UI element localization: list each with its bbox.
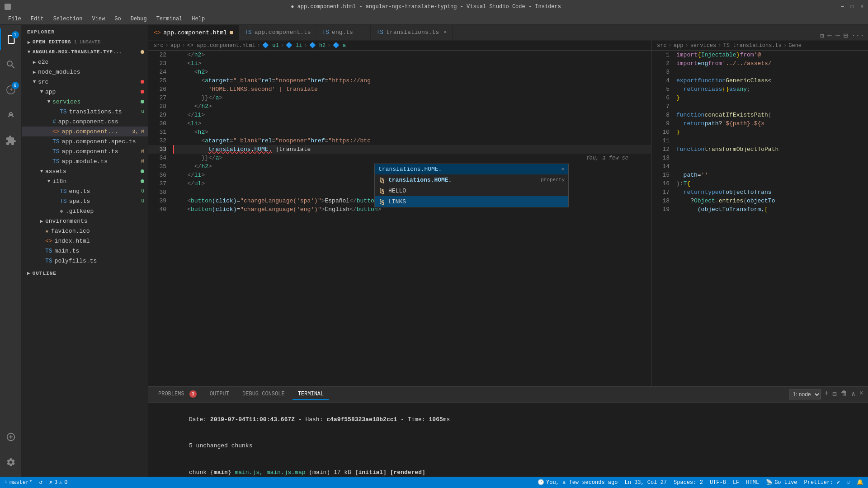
autocomplete-dropdown[interactable]: translations.HOME. × ⧎ translations.HOME…	[374, 164, 569, 207]
split-editor-icon[interactable]: ⊞	[820, 32, 824, 40]
sidebar-item-app-ts[interactable]: ▶ TS app.component.ts M	[22, 146, 148, 156]
activity-git[interactable]: 8	[0, 79, 22, 101]
status-language[interactable]: HTML	[746, 479, 759, 486]
sidebar-item-node-modules[interactable]: ▶ node_modules	[22, 67, 148, 77]
autocomplete-close-button[interactable]: ×	[557, 164, 568, 174]
sidebar-item-app-html[interactable]: ▶ <> app.component... 3, M	[22, 127, 148, 136]
autocomplete-item-links[interactable]: ⧎ LINKS	[375, 196, 568, 207]
sidebar-item-gitkeep[interactable]: ▶ ◆ .gitkeep	[22, 206, 148, 216]
maximize-button[interactable]: □	[851, 4, 854, 9]
sidebar-item-e2e[interactable]: ▶ e2e	[22, 57, 148, 67]
sidebar-item-assets[interactable]: ▼ assets	[22, 166, 148, 176]
activity-search[interactable]	[0, 54, 22, 75]
collapse-terminal-icon[interactable]: ∧	[851, 389, 856, 399]
status-prettier[interactable]: Prettier: ✔	[804, 479, 840, 486]
terminal-tab-terminal[interactable]: TERMINAL	[292, 389, 330, 400]
sidebar-item-i18n[interactable]: ▼ i18n	[22, 176, 148, 186]
menu-selection[interactable]: Selection	[50, 15, 86, 23]
sidebar-item-environments[interactable]: ▶ environments	[22, 216, 148, 226]
sidebar-item-app-css[interactable]: ▶ # app.component.css	[22, 117, 148, 127]
status-golive[interactable]: 📡 Go Live	[766, 479, 797, 486]
activity-settings[interactable]	[0, 451, 22, 473]
sidebar-item-open-editors[interactable]: ▶ OPEN EDITORS 1 UNSAVED	[22, 37, 148, 47]
app-ts-label: app.component.ts	[62, 148, 118, 155]
status-notification[interactable]: 🔔	[857, 479, 863, 486]
activity-explorer[interactable]: 1	[0, 28, 22, 50]
tab-translations-ts[interactable]: TS translations.ts ×	[371, 25, 453, 40]
sidebar-item-project[interactable]: ▼ ANGULAR-NGX-TRANSLATE-TYP...	[22, 47, 148, 57]
right-code-content: import { Injectable } from '@ import eng…	[674, 51, 868, 386]
window-controls[interactable]: ─ □ ×	[841, 4, 863, 9]
sidebar-item-polyfills[interactable]: ▶ TS polyfills.ts	[22, 256, 148, 266]
status-smiley[interactable]: ☺	[847, 479, 850, 486]
left-code-container[interactable]: 2223242526 2728293031 3233 3435363738 39…	[148, 51, 651, 386]
sidebar-item-spa-ts[interactable]: ▶ TS spa.ts U	[22, 196, 148, 206]
menu-help[interactable]: Help	[188, 15, 208, 23]
terminal-node-selector[interactable]: 1: node	[789, 389, 821, 399]
add-terminal-icon[interactable]: +	[825, 389, 829, 399]
right-editor-pane: src › app › services › TS translations.t…	[651, 41, 868, 386]
status-cursor-position[interactable]: Ln 33, Col 27	[624, 479, 667, 486]
navigate-back-icon[interactable]: ←	[827, 32, 832, 40]
code-line-25: <a target="_blank" rel="noopener" href="…	[173, 76, 651, 85]
sidebar-item-translations-ts[interactable]: ▶ TS translations.ts U	[22, 107, 148, 117]
close-button[interactable]: ×	[860, 4, 863, 9]
rbc-gene: Gene	[788, 42, 802, 49]
menu-file[interactable]: File	[5, 15, 25, 23]
split-view-icon[interactable]: ⊟	[844, 31, 848, 40]
assets-label: assets	[45, 168, 66, 175]
status-errors[interactable]: ✗ 3 ⚠ 0	[49, 479, 68, 486]
star-icon: ★	[45, 227, 49, 235]
menu-edit[interactable]: Edit	[27, 15, 47, 23]
src-label: src	[38, 79, 48, 85]
sidebar-item-outline[interactable]: ▶ OUTLINE	[22, 268, 148, 278]
tab-app-html[interactable]: <> app.component.html	[148, 25, 239, 40]
status-spaces[interactable]: Spaces: 2	[674, 479, 703, 486]
status-encoding[interactable]: UTF-8	[710, 479, 726, 486]
sidebar-item-eng-ts[interactable]: ▶ TS eng.ts U	[22, 186, 148, 196]
terminal-line-3: chunk {main} main.js, main.js.map (main)…	[154, 459, 863, 477]
sidebar-item-app-module[interactable]: ▶ TS app.module.ts M	[22, 156, 148, 166]
spaces-text: Spaces: 2	[674, 479, 703, 486]
terminal-tab-output[interactable]: OUTPUT	[204, 389, 235, 400]
activity-remote[interactable]	[0, 426, 22, 448]
close-terminal-icon[interactable]: ×	[859, 389, 863, 399]
tab-close-button[interactable]: ×	[443, 29, 447, 36]
sidebar-item-index-html[interactable]: ▶ <> index.html	[22, 236, 148, 246]
code-line-31: <h2>	[173, 128, 651, 136]
sidebar-item-src[interactable]: ▼ src	[22, 77, 148, 87]
sidebar-item-app[interactable]: ▼ app	[22, 87, 148, 97]
right-code-line-13	[676, 154, 868, 162]
outline-label: OUTLINE	[33, 271, 57, 276]
activity-debug[interactable]	[0, 104, 22, 126]
menu-go[interactable]: Go	[111, 15, 124, 23]
bc-a: 🔷 a	[333, 42, 346, 49]
status-eol[interactable]: LF	[733, 479, 739, 486]
navigate-forward-icon[interactable]: →	[835, 32, 840, 40]
menu-debug[interactable]: Debug	[127, 15, 151, 23]
sidebar-item-favicon[interactable]: ▶ ★ favicon.ico	[22, 226, 148, 236]
autocomplete-item-translations[interactable]: ⧎ translations.HOME. property	[375, 174, 568, 185]
status-sync[interactable]: ↺	[39, 479, 42, 486]
activity-extensions[interactable]	[0, 130, 22, 151]
services-modified-indicator	[141, 100, 144, 103]
trash-terminal-icon[interactable]: 🗑	[840, 389, 848, 399]
autocomplete-item-hello[interactable]: ⧎ HELLO	[375, 185, 568, 196]
sidebar-item-services[interactable]: ▼ services	[22, 97, 148, 107]
css-icon: #	[52, 118, 56, 125]
menu-view[interactable]: View	[88, 15, 108, 23]
status-git-branch[interactable]: ⑂ master*	[5, 479, 32, 486]
sidebar-item-app-spec[interactable]: ▶ TS app.component.spec.ts	[22, 136, 148, 146]
more-actions-icon[interactable]: ···	[851, 32, 864, 40]
environments-label: environments	[45, 218, 88, 225]
split-terminal-icon[interactable]: ⊟	[832, 389, 837, 399]
tab-eng-ts[interactable]: TS eng.ts	[316, 25, 371, 40]
terminal-tab-problems[interactable]: PROBLEMS 3	[153, 389, 202, 400]
menu-terminal[interactable]: Terminal	[153, 15, 186, 23]
sidebar-item-main-ts[interactable]: ▶ TS main.ts	[22, 246, 148, 256]
right-code-container[interactable]: 12345 678910 1112131415 16171819 import …	[651, 51, 868, 386]
tab-app-ts[interactable]: TS app.component.ts	[239, 25, 316, 40]
terminal-tab-debug-console[interactable]: DEBUG CONSOLE	[237, 389, 290, 400]
terminal-content[interactable]: Date: 2019-07-04T11:00:43.667Z - Hash: c…	[148, 403, 868, 477]
minimize-button[interactable]: ─	[841, 4, 844, 9]
